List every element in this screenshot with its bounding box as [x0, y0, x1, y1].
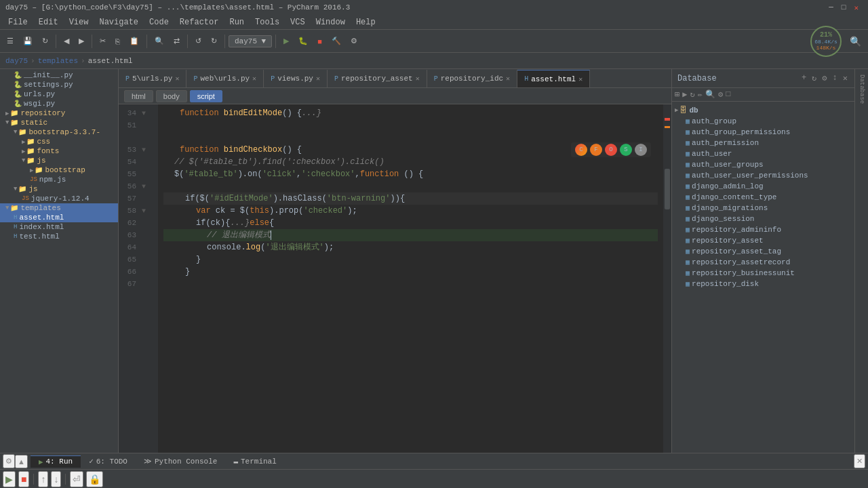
tab-urls-5[interactable]: P 5\urls.py ✕: [119, 70, 186, 87]
db-expand-btn[interactable]: ↕: [831, 72, 839, 85]
menu-window[interactable]: Window: [311, 16, 351, 28]
db-item-repo-asset[interactable]: ▦ repository_asset: [672, 235, 854, 246]
menu-refactor[interactable]: Refactor: [174, 16, 224, 28]
db-tool-4[interactable]: ✏: [698, 89, 703, 100]
replace-btn[interactable]: ⇄: [170, 35, 184, 47]
scroll-thumb[interactable]: [665, 169, 670, 209]
db-tool-6[interactable]: ⚙: [718, 89, 723, 100]
run-settings-btn[interactable]: ⚙: [3, 454, 15, 468]
menu-help[interactable]: Help: [351, 16, 381, 28]
firefox-icon[interactable]: F: [590, 144, 602, 156]
db-item-django-content-type[interactable]: ▦ django_content_type: [672, 192, 854, 203]
project-view-btn[interactable]: ☰: [3, 35, 18, 47]
tree-folder-templates[interactable]: ▼ 📁 templates: [0, 203, 118, 213]
tab-close-repo-asset[interactable]: ✕: [416, 75, 420, 83]
ie-icon[interactable]: I: [635, 144, 647, 156]
redo-btn[interactable]: ↻: [207, 35, 221, 47]
menu-run[interactable]: Run: [224, 16, 250, 28]
tree-item-wsgi[interactable]: 🐍 wsgi.py: [0, 99, 118, 108]
tab-asset-html[interactable]: H asset.html ✕: [517, 70, 590, 87]
tab-close-web-urls[interactable]: ✕: [252, 75, 256, 83]
subtab-script[interactable]: script: [190, 90, 222, 102]
build-btn[interactable]: 🔨: [328, 35, 345, 47]
tree-item-urls[interactable]: 🐍 urls.py: [0, 89, 118, 99]
chrome-icon[interactable]: C: [575, 144, 587, 156]
run-tab-terminal[interactable]: ▬ Terminal: [225, 456, 284, 467]
cut-btn[interactable]: ✂: [96, 35, 110, 47]
db-tool-2[interactable]: ▶: [682, 89, 687, 100]
db-item-django-admin-log[interactable]: ▦ django_admin_log: [672, 181, 854, 192]
menu-code[interactable]: Code: [144, 16, 174, 28]
menu-view[interactable]: View: [64, 16, 94, 28]
stop-btn[interactable]: ■: [313, 35, 326, 47]
tab-close-views[interactable]: ✕: [316, 75, 320, 83]
tree-file-test-html[interactable]: H test.html: [0, 232, 118, 241]
db-item-auth-group-permissions[interactable]: ▦ auth_group_permissions: [672, 127, 854, 138]
db-item-auth-group[interactable]: ▦ auth_group: [672, 116, 854, 127]
code-content[interactable]: function bindEditMode () { ...} function…: [158, 104, 663, 453]
tab-close-repo-idc[interactable]: ✕: [506, 75, 510, 83]
paste-btn[interactable]: 📋: [125, 35, 143, 47]
db-add-btn[interactable]: +: [800, 72, 808, 85]
tree-folder-fonts[interactable]: ▶ 📁 fonts: [0, 146, 118, 156]
tab-repo-idc[interactable]: P repository_idc ✕: [427, 70, 517, 87]
db-item-auth-user-groups[interactable]: ▦ auth_user_groups: [672, 159, 854, 170]
tab-views[interactable]: P views.py ✕: [264, 70, 328, 87]
right-tab-database[interactable]: Database: [857, 72, 867, 106]
undo-btn[interactable]: ↺: [191, 35, 205, 47]
fold-53[interactable]: ▼: [139, 146, 149, 154]
tab-repo-asset[interactable]: P repository_asset ✕: [328, 70, 427, 87]
tab-close-asset-html[interactable]: ✕: [578, 75, 583, 83]
db-item-repo-admininfo[interactable]: ▦ repository_admininfo: [672, 224, 854, 235]
breadcrumb-root[interactable]: day75: [5, 57, 28, 65]
db-settings-btn[interactable]: ⚙: [821, 72, 828, 85]
tree-file-npm[interactable]: JS npm.js: [0, 175, 118, 184]
tree-file-jquery[interactable]: JS jquery-1.12.4: [0, 194, 118, 203]
fold-56[interactable]: ▼: [139, 183, 149, 190]
db-tool-3[interactable]: ↻: [690, 89, 694, 100]
fold-58[interactable]: ▼: [139, 207, 149, 215]
db-item-auth-permission[interactable]: ▦ auth_permission: [672, 138, 854, 148]
tree-folder-static[interactable]: ▼ 📁 static: [0, 118, 118, 127]
db-item-auth-user-permissions[interactable]: ▦ auth_user_user_permissions: [672, 170, 854, 181]
settings-btn[interactable]: ⚙: [347, 35, 361, 47]
db-item-repo-asset-tag[interactable]: ▦ repository_asset_tag: [672, 246, 854, 257]
run-close-btn[interactable]: ✕: [854, 454, 865, 468]
copy-btn[interactable]: ⎘: [111, 35, 124, 47]
breadcrumb-templates[interactable]: templates: [38, 57, 78, 65]
maximize-btn[interactable]: □: [837, 3, 850, 12]
tree-folder-bootstrap-sub[interactable]: ▶ 📁 bootstrap: [0, 165, 118, 175]
subtab-html[interactable]: html: [124, 90, 153, 102]
safari-icon[interactable]: S: [620, 144, 632, 156]
tree-folder-bootstrap[interactable]: ▼ 📁 bootstrap-3.3.7-: [0, 127, 118, 137]
project-selector[interactable]: day75 ▼: [229, 35, 272, 47]
minimize-btn[interactable]: ─: [825, 3, 837, 12]
run-tab-python-console[interactable]: ≫ Python Console: [136, 455, 225, 467]
tab-web-urls[interactable]: P web\urls.py ✕: [186, 70, 264, 87]
db-item-django-migrations[interactable]: ▦ django_migrations: [672, 203, 854, 214]
find-btn[interactable]: 🔍: [151, 35, 168, 47]
db-close-btn[interactable]: ✕: [842, 72, 849, 85]
tree-file-index-html[interactable]: H index.html: [0, 222, 118, 232]
db-root-db[interactable]: ▶ 🗄 db: [672, 104, 854, 116]
run-rerun-btn[interactable]: ▶: [3, 471, 16, 487]
save-btn[interactable]: 💾: [19, 35, 37, 47]
db-tool-7[interactable]: □: [726, 89, 730, 100]
debug-btn[interactable]: 🐛: [294, 35, 312, 47]
forward-btn[interactable]: ▶: [75, 35, 88, 47]
db-tool-1[interactable]: ⊞: [675, 89, 679, 100]
db-item-django-session[interactable]: ▦ django_session: [672, 214, 854, 224]
tab-close-urls5[interactable]: ✕: [175, 75, 179, 83]
close-btn[interactable]: ✕: [850, 3, 863, 12]
menu-tools[interactable]: Tools: [250, 16, 285, 28]
run-wrap-btn[interactable]: ⏎: [70, 471, 83, 487]
db-item-auth-user[interactable]: ▦ auth_user: [672, 148, 854, 159]
tree-folder-repository[interactable]: ▶ 📁 repository: [0, 108, 118, 118]
db-tool-5[interactable]: 🔍: [705, 89, 715, 100]
run-scroll-lock-btn[interactable]: 🔒: [86, 471, 103, 487]
tree-file-asset-html[interactable]: H asset.html: [0, 213, 118, 222]
db-item-repo-businessunit[interactable]: ▦ repository_businessunit: [672, 268, 854, 279]
run-up-btn[interactable]: ↑: [38, 471, 48, 487]
menu-file[interactable]: File: [3, 16, 33, 28]
db-refresh-btn[interactable]: ↻: [810, 72, 818, 85]
